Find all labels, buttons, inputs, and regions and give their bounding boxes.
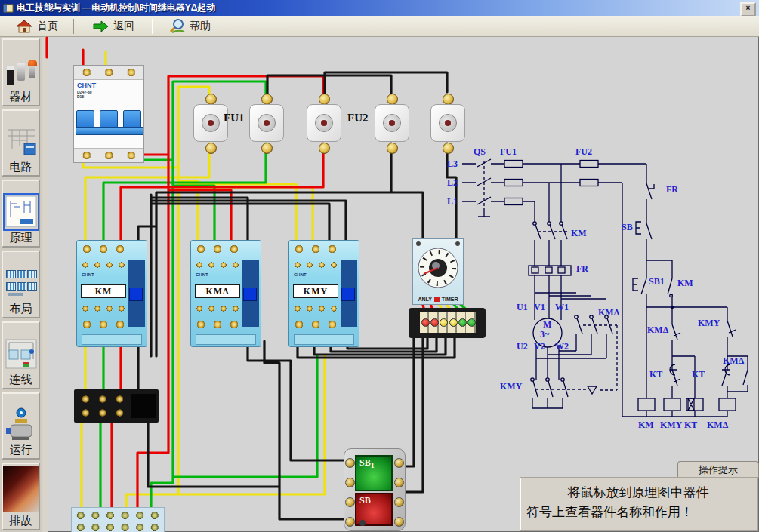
label-KM: KM [638, 420, 654, 431]
hint-box: 将鼠标放到原理图中器件 符号上查看器件名称和作用！ [520, 477, 758, 531]
label-V2: V2 [534, 341, 545, 352]
label-QS: QS [474, 146, 486, 158]
label-KMΔ: KMΔ [707, 420, 728, 431]
label-KMY: KMY [500, 381, 522, 392]
coil-symbols [638, 398, 736, 411]
label-KMΔ: KMΔ [598, 307, 619, 318]
delta-symbol [588, 386, 597, 394]
hint-line-2: 符号上查看器件名称和作用！ [526, 503, 754, 522]
label-FU1: FU1 [224, 112, 245, 125]
label-KMΔ: KMΔ [723, 355, 744, 367]
label-U1: U1 [517, 302, 528, 313]
hint-tab[interactable]: 操作提示 [677, 461, 759, 478]
label-KMY: KMY [660, 420, 682, 431]
label-KMY: KMY [698, 318, 720, 329]
label-FR: FR [576, 263, 588, 275]
label-V1: V1 [534, 302, 545, 313]
label-KMΔ: KMΔ [647, 324, 668, 336]
label-KM: KM [571, 228, 587, 239]
contact-hinge-circles [531, 222, 673, 381]
label-KM: KM [677, 278, 693, 289]
schematic-diagram[interactable] [0, 0, 759, 532]
label-FU2: FU2 [347, 112, 369, 125]
thermal-relay-symbol [529, 266, 571, 275]
label-L3: L3 [447, 158, 458, 170]
label-L2: L2 [447, 177, 458, 189]
label-FU1: FU1 [500, 146, 517, 158]
app-window: { "window": { "title": "电工技能与实训 —电动机控制\\… [0, 0, 759, 532]
hint-line-1: 将鼠标放到原理图中器件 [526, 483, 754, 503]
label-3~: 3~ [540, 329, 549, 340]
label-U2: U2 [517, 341, 528, 352]
label-W1: W1 [555, 302, 569, 313]
label-KT: KT [649, 369, 662, 380]
label-SB1: SB1 [649, 276, 665, 288]
junction-dot [671, 306, 674, 309]
label-FU2: FU2 [575, 146, 592, 158]
label-KT: KT [692, 369, 705, 380]
label-W2: W2 [555, 341, 569, 352]
label-SB: SB [622, 222, 633, 233]
label-FR: FR [666, 184, 678, 195]
label-L1: L1 [447, 196, 458, 208]
label-KT: KT [684, 420, 697, 431]
